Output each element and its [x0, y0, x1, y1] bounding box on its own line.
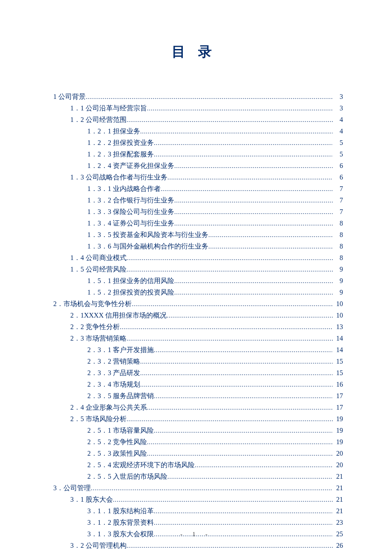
toc-entry-label: 1．5．2 担保投资的投资风险: [87, 287, 174, 298]
toc-entry[interactable]: 2．5．2 竞争性风险19: [53, 436, 343, 448]
toc-entry[interactable]: 2．5 市场风险分析19: [53, 413, 343, 425]
toc-entry-label: 1．3．4 证券公司与衍生业务: [87, 218, 174, 229]
toc-entry-page: 23: [333, 517, 343, 528]
toc-leader-dots: [174, 207, 333, 218]
toc-entry[interactable]: 1．2．1 担保业务4: [53, 126, 343, 137]
toc-entry-label: 3．1 股东大会: [70, 494, 113, 505]
toc-entry[interactable]: 1．5．2 担保投资的投资风险9: [53, 287, 343, 298]
toc-leader-dots: [127, 414, 333, 425]
toc-entry-label: 2．4 企业形象与公共关系: [70, 402, 147, 413]
toc-entry[interactable]: 2．1XXXX 信用担保市场的概况10: [53, 310, 343, 321]
toc-entry[interactable]: 2．3．5 服务品牌营销17: [53, 390, 343, 402]
toc-leader-dots: [147, 448, 333, 460]
toc-entry[interactable]: 1．2．4 资产证券化担保业务6: [53, 160, 343, 172]
toc-entry-page: 6: [333, 172, 343, 183]
toc-entry[interactable]: 1．5 公司经营风险9: [53, 264, 343, 275]
toc-entry[interactable]: 1．3．5 投资基金和风险资本与衍生业务8: [53, 229, 343, 241]
toc-entry[interactable]: 2．3．4 市场规划16: [53, 379, 343, 390]
toc-entry[interactable]: 2．3 市场营销策略14: [53, 333, 343, 344]
page-footer: - 1 -: [0, 531, 392, 538]
toc-entry[interactable]: 2．3．2 营销策略15: [53, 356, 343, 367]
toc-leader-dots: [154, 517, 333, 529]
toc-entry-label: 1．3．6 与国外金融机构合作的衍生业务: [87, 241, 208, 252]
table-of-contents: 1 公司背景31．1 公司沿革与经营宗旨31．2 公司经营范围41．2．1 担保…: [53, 91, 343, 552]
toc-entry[interactable]: 3．1．1 股东结构沿革21: [53, 506, 343, 517]
toc-entry[interactable]: 1．3．4 证券公司与衍生业务8: [53, 218, 343, 229]
toc-entry-page: 7: [333, 206, 343, 217]
toc-leader-dots: [127, 253, 333, 264]
toc-entry-page: 10: [333, 298, 343, 309]
toc-entry-label: 1．2．1 担保业务: [87, 126, 140, 137]
toc-entry-page: 21: [333, 483, 343, 494]
toc-entry[interactable]: 2．5．4 宏观经济环境下的市场风险20: [53, 460, 343, 471]
toc-leader-dots: [86, 92, 333, 103]
toc-entry[interactable]: 3．1 股东大会21: [53, 494, 343, 506]
toc-entry-page: 3: [333, 103, 343, 114]
toc-leader-dots: [167, 172, 333, 183]
toc-entry-page: 5: [333, 149, 343, 160]
toc-entry-page: 15: [333, 367, 343, 379]
toc-entry-label: 2．3．4 市场规划: [87, 379, 140, 390]
toc-entry-label: 2．2 竞争性分析: [70, 321, 120, 332]
toc-entry-page: 7: [333, 183, 343, 194]
toc-entry-page: 15: [333, 356, 343, 367]
toc-entry[interactable]: 1．3 公司战略合作者与衍生业务6: [53, 172, 343, 183]
toc-leader-dots: [132, 299, 333, 310]
toc-entry-label: 1．3 公司战略合作者与衍生业务: [70, 172, 167, 183]
toc-entry[interactable]: 1．2．3 担保配套服务5: [53, 149, 343, 160]
toc-entry-label: 1．5 公司经营风险: [70, 264, 127, 275]
toc-entry[interactable]: 3．2 公司管理机构26: [53, 540, 343, 552]
toc-entry[interactable]: 1 公司背景3: [53, 91, 343, 103]
toc-entry-page: 4: [333, 126, 343, 137]
toc-entry[interactable]: 2．5．3 政策性风险20: [53, 448, 343, 460]
toc-entry[interactable]: 2．4 企业形象与公共关系17: [53, 402, 343, 413]
toc-entry-page: 17: [333, 390, 343, 402]
toc-entry[interactable]: 2．3．1 客户开发措施14: [53, 344, 343, 356]
toc-entry[interactable]: 2．3．3 产品研发15: [53, 367, 343, 379]
toc-leader-dots: [140, 126, 333, 137]
toc-entry-label: 1．2．2 担保投资业务: [87, 137, 154, 148]
page-title: 目录: [53, 43, 343, 61]
toc-entry-page: 8: [333, 229, 343, 240]
toc-entry-page: 21: [333, 494, 343, 505]
toc-leader-dots: [174, 287, 333, 298]
toc-entry[interactable]: 1．5．1 担保业务的信用风险9: [53, 275, 343, 287]
toc-leader-dots: [140, 368, 333, 379]
toc-entry[interactable]: 2．2 竞争性分析13: [53, 321, 343, 333]
toc-entry-page: 4: [333, 114, 343, 125]
toc-entry[interactable]: 1．2．2 担保投资业务5: [53, 137, 343, 149]
toc-entry-label: 2．1XXXX 信用担保市场的概况: [70, 310, 167, 321]
toc-entry-label: 2．市场机会与竞争性分析: [53, 298, 132, 309]
toc-entry-label: 1．1 公司沿革与经营宗旨: [70, 103, 147, 114]
toc-entry[interactable]: 1．2 公司经营范围4: [53, 114, 343, 126]
toc-entry[interactable]: 1．3．2 合作银行与衍生业务7: [53, 195, 343, 206]
toc-entry-label: 2．5．1 市场容量风险: [87, 425, 154, 436]
toc-leader-dots: [113, 494, 333, 506]
toc-entry[interactable]: 3．公司管理21: [53, 483, 343, 494]
toc-entry[interactable]: 1．1 公司沿革与经营宗旨3: [53, 103, 343, 114]
toc-entry-page: 13: [333, 321, 343, 332]
toc-entry[interactable]: 3．1．2 股东背景资料23: [53, 517, 343, 529]
toc-entry-page: 8: [333, 241, 343, 252]
toc-entry[interactable]: 1．3．6 与国外金融机构合作的衍生业务8: [53, 241, 343, 252]
toc-leader-dots: [167, 310, 333, 321]
toc-leader-dots: [127, 541, 333, 552]
toc-entry[interactable]: 1．4 公司商业模式8: [53, 252, 343, 264]
toc-entry-label: 2．3．5 服务品牌营销: [87, 390, 154, 402]
toc-entry-page: 21: [333, 471, 343, 482]
toc-entry-label: 3．1．2 股东背景资料: [87, 517, 154, 528]
toc-leader-dots: [147, 402, 333, 413]
toc-entry[interactable]: 2．5．5 入世后的市场风险21: [53, 471, 343, 483]
toc-entry[interactable]: 1．3．1 业内战略合作者7: [53, 183, 343, 195]
toc-entry[interactable]: 2．市场机会与竞争性分析10: [53, 298, 343, 310]
toc-entry-page: 7: [333, 195, 343, 206]
toc-leader-dots: [174, 276, 333, 287]
toc-entry-label: 2．3．1 客户开发措施: [87, 344, 154, 356]
toc-leader-dots: [167, 471, 333, 483]
toc-leader-dots: [174, 161, 333, 172]
toc-entry-page: 21: [333, 506, 343, 517]
toc-entry-label: 1．2．4 资产证券化担保业务: [87, 160, 174, 171]
toc-entry-label: 3．2 公司管理机构: [70, 540, 127, 551]
toc-entry[interactable]: 2．5．1 市场容量风险19: [53, 425, 343, 436]
toc-entry[interactable]: 1．3．3 保险公司与衍生业务7: [53, 206, 343, 218]
